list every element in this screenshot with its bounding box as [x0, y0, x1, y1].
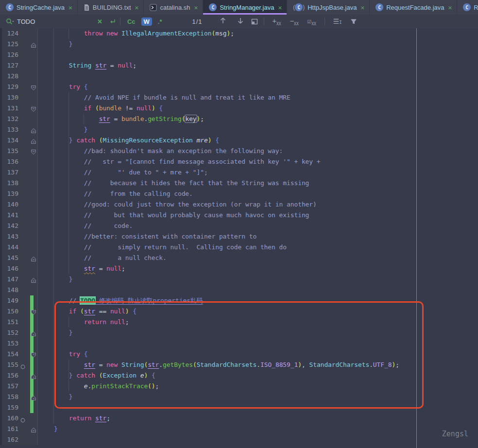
code-text[interactable]: str = new String(str.getBytes(StandardCh…	[38, 360, 478, 370]
code-text[interactable]	[38, 402, 478, 413]
gutter[interactable]: 150	[0, 306, 38, 317]
code-text[interactable]: }	[38, 274, 478, 285]
gutter[interactable]: 148	[0, 285, 38, 295]
gutter[interactable]: 141	[0, 210, 38, 221]
code-text[interactable]	[38, 285, 478, 295]
close-tab-icon[interactable]: ✕	[448, 4, 452, 11]
code-text[interactable]: try {	[38, 349, 478, 360]
code-text[interactable]: }	[38, 39, 478, 50]
gutter[interactable]: 130	[0, 92, 38, 103]
fold-up-icon[interactable]	[31, 373, 36, 379]
code-text[interactable]	[38, 71, 478, 82]
gutter[interactable]: 131	[0, 103, 38, 114]
code-text[interactable]: //better: consistent with container patt…	[38, 231, 478, 242]
code-text[interactable]: str = null;	[38, 263, 478, 274]
gutter[interactable]: 153	[0, 338, 38, 349]
code-text[interactable]: String str = null;	[38, 60, 478, 71]
code-text[interactable]: if (bundle != null) {	[38, 103, 478, 114]
code-text[interactable]: // Avoid NPE if bundle is null and treat…	[38, 92, 478, 103]
fold-down-icon[interactable]	[31, 105, 36, 111]
code-text[interactable]: // TODO 修改编码 防止读取properties乱码	[38, 295, 478, 306]
remove-occurrence-icon[interactable]: −XX	[290, 17, 299, 26]
tab-stringcache-java[interactable]: CStringCache.java✕	[0, 0, 78, 15]
gutter[interactable]: 158	[0, 392, 38, 402]
gutter[interactable]: 157	[0, 381, 38, 392]
code-editor[interactable]: 124 throw new IllegalArgumentException(m…	[0, 28, 478, 448]
fold-up-icon[interactable]	[31, 41, 36, 47]
code-text[interactable]	[38, 338, 478, 349]
gutter[interactable]: 139	[0, 189, 38, 199]
fold-up-icon[interactable]	[31, 138, 36, 143]
gutter[interactable]: 124	[0, 28, 38, 39]
gutter[interactable]: 152	[0, 327, 38, 338]
code-text[interactable]: } catch (MissingResourceException mre) {	[38, 135, 478, 146]
close-tab-icon[interactable]: ✕	[278, 4, 282, 11]
gutter[interactable]: 128	[0, 71, 38, 82]
gutter[interactable]: 162	[0, 434, 38, 445]
gutter[interactable]: 143	[0, 231, 38, 242]
clear-search-icon[interactable]: ✕	[97, 18, 102, 25]
gutter-circle-icon[interactable]	[20, 416, 25, 421]
gutter-circle-icon[interactable]	[20, 362, 25, 367]
newline-icon[interactable]	[109, 18, 116, 25]
fold-up-icon[interactable]	[31, 127, 36, 133]
tab-catalina-sh[interactable]: catalina.sh✕	[144, 0, 203, 15]
code-text[interactable]: //bad: shouldn't mask an exception the f…	[38, 146, 478, 156]
gutter[interactable]: 136	[0, 156, 38, 167]
words-toggle[interactable]: W	[141, 17, 152, 26]
close-tab-icon[interactable]: ✕	[135, 4, 139, 11]
code-text[interactable]: }	[38, 124, 478, 135]
gutter[interactable]: 156	[0, 370, 38, 381]
close-tab-icon[interactable]: ✕	[68, 4, 72, 11]
tab-httpjspbase-java[interactable]: (C)HttpJspBase.java✕	[287, 0, 370, 15]
fold-up-icon[interactable]	[31, 276, 36, 282]
fold-up-icon[interactable]	[31, 426, 36, 432]
gutter[interactable]: 149	[0, 295, 38, 306]
gutter[interactable]: 155	[0, 360, 38, 370]
gutter[interactable]: 142	[0, 221, 38, 231]
tab-requestfacade-java[interactable]: CRequestFacade.java✕	[370, 0, 457, 15]
code-text[interactable]: return null;	[38, 317, 478, 327]
fold-up-icon[interactable]	[31, 394, 36, 400]
tab-building-txt[interactable]: BUILDING.txt✕	[78, 0, 144, 15]
gutter[interactable]: 159	[0, 402, 38, 413]
code-text[interactable]: return str;	[38, 413, 478, 424]
gutter[interactable]: 129	[0, 82, 38, 92]
code-text[interactable]: // "' due to " + mre + "]";	[38, 167, 478, 178]
gutter[interactable]: 137	[0, 167, 38, 178]
next-occurrence-icon[interactable]	[238, 17, 243, 25]
code-text[interactable]: if (str == null) {	[38, 306, 478, 317]
gutter[interactable]: 145	[0, 253, 38, 263]
gutter[interactable]: 127	[0, 60, 38, 71]
gutter[interactable]: 125	[0, 39, 38, 50]
filter-lines-icon[interactable]: ☰I	[333, 17, 342, 25]
fold-up-icon[interactable]	[31, 330, 36, 336]
gutter[interactable]: 154	[0, 349, 38, 360]
gutter[interactable]: 144	[0, 242, 38, 253]
previous-occurrence-icon[interactable]	[220, 17, 226, 25]
fold-down-icon[interactable]	[31, 309, 36, 314]
close-tab-icon[interactable]: ✕	[360, 4, 364, 11]
gutter[interactable]: 135	[0, 146, 38, 156]
gutter[interactable]: 146	[0, 263, 38, 274]
code-text[interactable]: // simply return null. Calling code can …	[38, 242, 478, 253]
code-text[interactable]: e.printStackTrace();	[38, 381, 478, 392]
code-text[interactable]: } catch (Exception e) {	[38, 370, 478, 381]
code-text[interactable]	[38, 50, 478, 60]
code-text[interactable]: // str = "[cannot find message associate…	[38, 156, 478, 167]
gutter[interactable]: 134	[0, 135, 38, 146]
gutter[interactable]: 151	[0, 317, 38, 327]
code-text[interactable]: // from the calling code.	[38, 189, 478, 199]
fold-up-icon[interactable]	[31, 255, 36, 261]
close-tab-icon[interactable]: ✕	[194, 4, 198, 11]
code-text[interactable]: //good: could just throw the exception (…	[38, 199, 478, 210]
match-case-toggle[interactable]: Cc	[127, 18, 136, 25]
fold-down-icon[interactable]	[31, 84, 36, 90]
open-in-find-window-icon[interactable]	[251, 18, 258, 25]
code-text[interactable]: }	[38, 327, 478, 338]
search-icon[interactable]	[6, 18, 14, 25]
gutter[interactable]: 133	[0, 124, 38, 135]
code-text[interactable]	[38, 434, 478, 445]
code-text[interactable]: try {	[38, 82, 478, 92]
code-text[interactable]: // but that would probably cause much ha…	[38, 210, 478, 221]
